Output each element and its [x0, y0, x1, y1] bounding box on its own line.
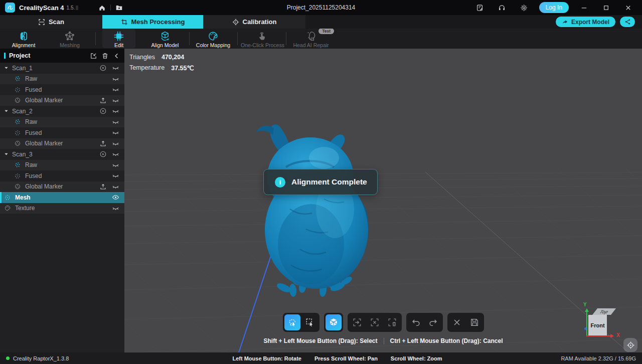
select-hint: Shift + Left Mouse Button (Drag): Select [263, 337, 377, 344]
folder-import-icon [115, 4, 123, 12]
marker-icon [14, 183, 21, 190]
share-icon [624, 19, 631, 25]
visibility-toggle-hidden-button[interactable] [112, 172, 119, 179]
tree-item-global-marker[interactable]: Global Marker [0, 138, 124, 149]
play-scan-button[interactable] [99, 64, 107, 72]
visibility-toggle-hidden-button[interactable] [112, 150, 119, 158]
select-through-button[interactable] [326, 314, 342, 330]
y-axis [586, 309, 587, 336]
tool-group [283, 313, 319, 332]
visibility-toggle-hidden-button[interactable] [112, 205, 119, 212]
hint-divider [384, 338, 384, 344]
ribbon-item-edit[interactable]: Edit [102, 29, 135, 48]
maximize-button[interactable] [595, 0, 617, 15]
visibility-toggle-hidden-button[interactable] [112, 118, 119, 126]
minimize-button[interactable] [573, 0, 595, 15]
upload-button[interactable] [99, 140, 107, 147]
visibility-toggle-hidden-button[interactable] [112, 183, 119, 191]
visibility-toggle-hidden-button[interactable] [112, 64, 119, 72]
visibility-toggle-hidden-button[interactable] [112, 140, 119, 147]
play-scan-button[interactable] [99, 107, 107, 115]
visibility-toggle-visible-button[interactable] [112, 194, 119, 201]
caret-down-icon[interactable] [4, 152, 9, 156]
3d-viewport[interactable]: Triangles470,204 Temperature37.55℃ Align… [124, 49, 642, 352]
scan-frame-icon [38, 19, 45, 26]
visibility-toggle-hidden-button[interactable] [112, 75, 119, 83]
tab-calibration[interactable]: Calibration [203, 15, 305, 29]
tool-group [406, 313, 443, 332]
export-model-button[interactable]: Export Model [556, 17, 615, 27]
ribbon-item-alignment[interactable]: Alignment [0, 29, 48, 48]
caret-down-icon[interactable] [4, 109, 9, 113]
tree-item-mesh[interactable]: Mesh [0, 192, 124, 203]
cube-top-face[interactable]: Top [592, 308, 616, 315]
mouse-hints: Left Mouse Button: RotatePress Scroll Wh… [131, 355, 543, 361]
tree-item-scan-3[interactable]: Scan_3 [0, 149, 124, 160]
support-button[interactable] [491, 0, 513, 15]
mouse-hint: Scroll Wheel: Zoom [391, 355, 442, 361]
fit-view-button[interactable] [623, 338, 637, 352]
tree-item-fused[interactable]: Fused [0, 170, 124, 181]
close-button[interactable] [617, 0, 639, 15]
tree-item-scan-1[interactable]: Scan_1 [0, 63, 124, 74]
feedback-icon [476, 4, 484, 12]
cube-front-face[interactable]: Front [588, 315, 607, 335]
caret-down-icon[interactable] [4, 66, 9, 70]
raw-icon [14, 75, 21, 82]
ribbon-item-align-model[interactable]: Align Model [141, 29, 189, 48]
save-button[interactable] [466, 314, 483, 330]
fused-icon [14, 129, 21, 136]
deselect-button[interactable] [367, 314, 383, 330]
tab-scan[interactable]: Scan [0, 15, 102, 29]
share-button[interactable] [620, 17, 635, 27]
tab-mesh-processing[interactable]: Mesh Processing [102, 15, 203, 29]
tool-group [348, 313, 402, 332]
temperature-label: Temperature [129, 64, 165, 72]
delete-selection-button[interactable] [384, 314, 400, 330]
login-button[interactable]: Log In [539, 2, 569, 13]
tree-item-raw[interactable]: Raw [0, 160, 124, 171]
tree-item-label: Global Marker [25, 97, 63, 104]
lasso-select-button[interactable] [284, 314, 300, 330]
home-button[interactable] [98, 4, 106, 12]
ribbon-item-color-mapping[interactable]: Color Mapping [189, 29, 237, 48]
redo-button[interactable] [425, 314, 441, 330]
collapse-panel-button[interactable] [113, 52, 120, 60]
headset-icon [498, 4, 506, 12]
rectangle-select-button[interactable] [302, 314, 318, 330]
open-project-button[interactable] [115, 4, 123, 12]
tab-strip: Scan Mesh Processing Calibration Export … [0, 15, 642, 29]
import-icon [90, 52, 97, 60]
visibility-toggle-hidden-button[interactable] [112, 107, 119, 115]
import-model-button[interactable] [90, 52, 97, 60]
feedback-button[interactable] [469, 0, 491, 15]
cancel-button[interactable] [449, 314, 465, 330]
visibility-toggle-hidden-button[interactable] [112, 97, 119, 104]
tree-item-label: Texture [15, 205, 35, 212]
visibility-toggle-hidden-button[interactable] [112, 86, 119, 93]
tree-item-label: Mesh [15, 194, 31, 201]
crop-icon [121, 19, 128, 26]
minimize-icon [580, 4, 588, 12]
visibility-toggle-hidden-button[interactable] [112, 161, 119, 169]
tree-item-global-marker[interactable]: Global Marker [0, 181, 124, 193]
undo-button[interactable] [408, 314, 424, 330]
tree-item-fused[interactable]: Fused [0, 127, 124, 138]
tab-scan-label: Scan [49, 18, 64, 26]
accent-bar [4, 53, 6, 59]
tree-item-fused[interactable]: Fused [0, 84, 124, 95]
tree-item-raw[interactable]: Raw [0, 74, 124, 85]
ribbon-item-label: Alignment [3, 42, 45, 48]
invert-selection-button[interactable] [349, 314, 365, 330]
tree-item-texture[interactable]: Texture [0, 203, 124, 214]
tree-item-scan-2[interactable]: Scan_2 [0, 106, 124, 117]
settings-button[interactable] [513, 0, 535, 15]
upload-button[interactable] [99, 97, 107, 104]
visibility-toggle-hidden-button[interactable] [112, 129, 119, 136]
play-scan-button[interactable] [99, 150, 107, 158]
tree-item-raw[interactable]: Raw [0, 117, 124, 128]
orientation-cube[interactable]: Y Top Front X [578, 305, 628, 344]
delete-button[interactable] [101, 52, 109, 60]
upload-button[interactable] [99, 183, 107, 191]
tree-item-global-marker[interactable]: Global Marker [0, 95, 124, 106]
